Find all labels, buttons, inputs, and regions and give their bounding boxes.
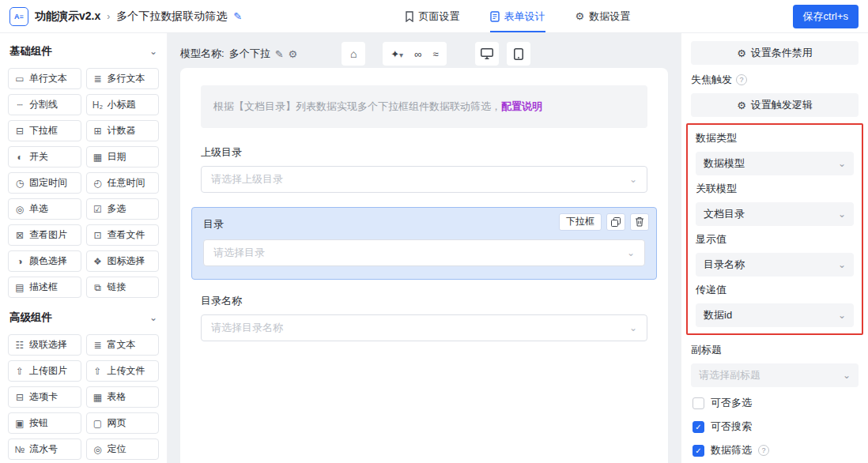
component-item[interactable]: ▦表格 (86, 386, 160, 408)
component-item[interactable]: ▤描述框 (8, 277, 81, 298)
component-item[interactable]: ◎单选 (8, 198, 81, 220)
tab-label: 页面设置 (419, 9, 460, 24)
form-field-parent-directory[interactable]: 上级目录 请选择上级目录 ⌄ (201, 145, 647, 193)
form-canvas: 模型名称: 多个下拉 ✎ ⚙ ⌂ ✦▾ ∞ ≈ (168, 33, 681, 463)
set-condition-disable-button[interactable]: ⚙ 设置条件禁用 (691, 41, 859, 65)
component-icon: ▦ (92, 152, 104, 163)
signature-button[interactable]: ≈ (432, 48, 438, 60)
component-item[interactable]: ❖图标选择 (86, 250, 160, 272)
component-item[interactable]: ⇧上传图片 (8, 360, 81, 382)
form-field-directory-selected[interactable]: 下拉框 目录 请选择目录 ⌄ (191, 207, 657, 280)
tab-form-design[interactable]: 表单设计 (490, 0, 545, 32)
component-label: 固定时间 (29, 176, 67, 190)
component-item[interactable]: ▭单行文本 (8, 68, 81, 89)
form-icon (490, 11, 500, 22)
magic-wand-dropdown-button[interactable]: ✦▾ (391, 48, 403, 60)
pass-value-label: 传递值 (696, 283, 854, 297)
edit-title-icon[interactable]: ✎ (233, 10, 242, 22)
advanced-components-grid: ☷级联选择≣富文本⇧上传图片⇧上传文件⊟选项卡▦表格▣按钮▢网页№流水号◎定位 (8, 334, 159, 460)
edit-model-name-icon[interactable]: ✎ (275, 48, 284, 60)
component-label: 颜色选择 (29, 254, 67, 268)
component-item[interactable]: ◑颜色选择 (8, 250, 81, 272)
multi-select-checkbox[interactable] (693, 397, 704, 409)
component-item[interactable]: №流水号 (8, 439, 81, 460)
link-button[interactable]: ∞ (414, 48, 421, 60)
section-title: 高级组件 (9, 311, 52, 325)
trash-icon (635, 216, 644, 227)
component-label: 小标题 (108, 98, 136, 111)
desktop-preview-button[interactable] (475, 42, 499, 66)
component-item[interactable]: ⊟下拉框 (8, 120, 81, 141)
help-icon[interactable]: ? (736, 74, 747, 85)
component-item[interactable]: ┄分割线 (8, 94, 81, 115)
component-item[interactable]: ≣多行文本 (86, 68, 160, 89)
directory-name-select[interactable]: 请选择目录名称 ⌄ (201, 314, 647, 341)
data-filter-checkbox[interactable]: ✓ (693, 445, 704, 457)
tab-page-settings[interactable]: 页面设置 (405, 0, 460, 32)
component-item[interactable]: ◎定位 (86, 439, 160, 460)
component-item[interactable]: ▦日期 (86, 146, 160, 168)
component-icon: № (14, 444, 25, 455)
searchable-checkbox[interactable]: ✓ (693, 421, 704, 433)
tab-label: 表单设计 (504, 9, 545, 24)
subtitle-select[interactable]: 请选择副标题 ⌄ (691, 363, 859, 387)
component-item[interactable]: ☷级联选择 (8, 334, 81, 356)
button-label: 设置条件禁用 (751, 46, 813, 60)
select-placeholder: 请选择副标题 (699, 368, 760, 382)
component-item[interactable]: H₂小标题 (86, 94, 160, 115)
component-item[interactable]: ◴任意时间 (86, 172, 160, 194)
section-advanced-components[interactable]: 高级组件 ⌄ (9, 311, 157, 325)
component-item[interactable]: ☑多选 (86, 198, 160, 220)
data-type-select[interactable]: 数据模型 ⌄ (696, 152, 854, 175)
app-logo[interactable]: A≡ (9, 7, 28, 26)
select-value: 数据id (704, 308, 732, 322)
component-item[interactable]: ⧉链接 (86, 277, 160, 298)
component-label: 开关 (29, 150, 48, 164)
component-item[interactable]: ⊠查看图片 (8, 224, 81, 246)
component-label: 上传图片 (29, 364, 67, 378)
blur-trigger-label: 失焦触发 ? (691, 73, 859, 87)
component-icon: ┄ (14, 100, 25, 111)
directory-select[interactable]: 请选择目录 ⌄ (203, 239, 645, 266)
component-icon: ⊠ (14, 230, 25, 241)
component-library-button[interactable]: ⌂ (342, 42, 365, 66)
display-value-label: 显示值 (696, 232, 854, 247)
component-item[interactable]: ▣按钮 (8, 412, 81, 434)
help-icon[interactable]: ? (758, 445, 769, 456)
label-text: 显示值 (696, 232, 726, 247)
component-item[interactable]: ≣富文本 (86, 334, 160, 356)
component-item[interactable]: ◷固定时间 (8, 172, 81, 194)
chevron-down-icon: ⌄ (838, 158, 846, 169)
label-text: 数据类型 (696, 131, 737, 145)
component-item[interactable]: ⇧上传文件 (86, 360, 160, 382)
properties-panel: ⚙ 设置条件禁用 失焦触发 ? ⚙ 设置触发逻辑 数据类型 数据模型 ⌄ 关联模… (681, 33, 868, 463)
tablet-preview-button[interactable] (507, 42, 530, 66)
tablet-icon (514, 48, 523, 60)
pass-value-select[interactable]: 数据id ⌄ (696, 303, 854, 327)
config-docs-link[interactable]: 配置说明 (501, 100, 542, 112)
component-item[interactable]: ◐开关 (8, 146, 81, 168)
component-label: 分割线 (29, 98, 58, 111)
set-trigger-logic-button[interactable]: ⚙ 设置触发逻辑 (691, 93, 859, 117)
save-button[interactable]: 保存ctrl+s (793, 5, 859, 28)
form-field-directory-name[interactable]: 目录名称 请选择目录名称 ⌄ (201, 294, 647, 341)
display-value-select[interactable]: 目录名称 ⌄ (696, 253, 854, 277)
tab-data-settings[interactable]: ⚙ 数据设置 (576, 0, 631, 32)
related-model-select[interactable]: 文档目录 ⌄ (696, 202, 854, 226)
checkbox-label: 可否多选 (711, 396, 752, 410)
component-label: 网页 (108, 416, 126, 430)
component-item[interactable]: ⊞计数器 (86, 120, 160, 141)
main-tabs: 页面设置 表单设计 ⚙ 数据设置 (405, 0, 631, 32)
component-item[interactable]: ⊡查看文件 (86, 224, 160, 246)
component-label: 描述框 (29, 280, 58, 294)
label-text: 传递值 (696, 283, 726, 297)
component-item[interactable]: ▢网页 (86, 412, 160, 434)
copy-field-button[interactable] (606, 213, 625, 231)
component-item[interactable]: ⊟选项卡 (8, 386, 81, 408)
app-title: 功能演示v2.x (35, 9, 100, 24)
model-settings-gear-icon[interactable]: ⚙ (289, 48, 298, 60)
section-basic-components[interactable]: 基础组件 ⌄ (9, 44, 157, 58)
delete-field-button[interactable] (630, 213, 649, 231)
parent-directory-select[interactable]: 请选择上级目录 ⌄ (201, 166, 647, 193)
canvas-tools: ✦▾ ∞ ≈ (383, 42, 446, 66)
